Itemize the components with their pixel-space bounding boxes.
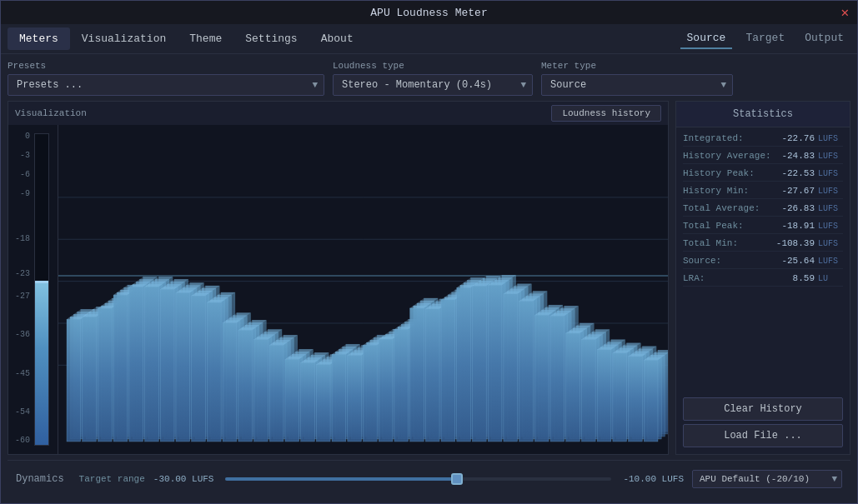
stat-label-6: Total Min:	[683, 238, 738, 248]
stats-rows: Integrated: -22.76 LUFS History Average:…	[676, 127, 850, 392]
menu-item-about[interactable]: About	[309, 27, 365, 50]
stat-value-6: -108.39	[771, 238, 815, 248]
stat-unit-6: LUFS	[818, 239, 843, 248]
scale-label-9: -9	[20, 189, 30, 198]
stat-unit-3: LUFS	[818, 187, 843, 196]
main-section: Visualization Loudness history 0 -3 -6 -…	[8, 101, 850, 455]
stat-label-7: Source:	[683, 256, 721, 266]
stat-label-2: History Peak:	[683, 168, 755, 178]
scale-label-18: -18	[15, 233, 30, 242]
visualization-panel: Visualization Loudness history 0 -3 -6 -…	[8, 101, 669, 455]
viz-title: Visualization	[15, 108, 87, 118]
stat-row-7: Source: -25.64 LUFS	[683, 253, 843, 269]
history-chart	[58, 125, 668, 454]
loudness-type-select[interactable]: Stereo - Momentary (0.4s)	[333, 74, 533, 96]
menu-item-meters[interactable]: Meters	[8, 27, 70, 50]
stat-label-8: LRA:	[683, 273, 705, 283]
stat-value-2: -22.53	[771, 168, 815, 178]
stat-value-8: 8.59	[771, 273, 815, 283]
scale-label-36: -36	[15, 330, 30, 339]
title-bar: APU Loudness Meter ✕	[1, 1, 857, 24]
menu-item-theme[interactable]: Theme	[178, 27, 233, 50]
loudness-type-label: Loudness type	[333, 61, 533, 71]
stat-values-3: -27.67 LUFS	[771, 186, 843, 196]
stat-row-0: Integrated: -22.76 LUFS	[683, 131, 843, 147]
vu-bar-highlight	[35, 281, 48, 283]
scale-label-23: -23	[15, 269, 30, 278]
scale-label-3: -3	[20, 150, 30, 159]
stat-value-0: -22.76	[771, 133, 815, 143]
stat-value-3: -27.67	[771, 186, 815, 196]
stat-unit-0: LUFS	[818, 134, 843, 143]
vu-scale: 0 -3 -6 -9 -18 -23 -27 -36 -45 -54 -60	[13, 129, 53, 450]
dynamics-max-value: -10.00 LUFS	[623, 474, 684, 484]
stat-label-1: History Average:	[683, 151, 771, 161]
loudness-history-button[interactable]: Loudness history	[551, 105, 661, 122]
stat-values-7: -25.64 LUFS	[771, 256, 843, 266]
scale-label-54: -54	[15, 407, 30, 416]
stat-unit-1: LUFS	[818, 152, 843, 161]
stat-row-4: Total Average: -26.83 LUFS	[683, 201, 843, 217]
stat-label-5: Total Peak:	[683, 221, 744, 231]
stat-value-1: -24.83	[771, 151, 815, 161]
clear-history-button[interactable]: Clear History	[683, 397, 843, 421]
vu-bar-container	[34, 133, 49, 446]
menu-bar: Meters Visualization Theme Settings Abou…	[1, 24, 857, 54]
stat-values-4: -26.83 LUFS	[771, 203, 843, 213]
scale-label-27: -27	[15, 292, 30, 301]
dynamics-slider-track[interactable]	[225, 477, 611, 481]
stat-unit-2: LUFS	[818, 169, 843, 178]
meter-type-label: Meter type	[541, 61, 733, 71]
presets-select-wrapper: Presets ... ▼	[8, 74, 324, 96]
scale-label-60: -60	[15, 436, 30, 445]
menu-right-source[interactable]: Source	[680, 28, 733, 49]
app-title: APU Loudness Meter	[289, 7, 569, 19]
stat-unit-4: LUFS	[818, 204, 843, 213]
target-range-label: Target range	[79, 474, 145, 484]
viz-header: Visualization Loudness history	[8, 102, 668, 125]
scale-label-0: 0	[25, 131, 30, 140]
stat-unit-5: LUFS	[818, 222, 843, 231]
stats-buttons: Clear History Load File ...	[676, 392, 850, 454]
stat-row-3: History Min: -27.67 LUFS	[683, 183, 843, 199]
viz-content: 0 -3 -6 -9 -18 -23 -27 -36 -45 -54 -60	[8, 125, 668, 454]
meter-type-select[interactable]: Source	[541, 74, 733, 96]
menu-right-target[interactable]: Target	[739, 28, 791, 49]
slider-fill	[225, 477, 457, 481]
menu-right: Source Target Output	[680, 28, 850, 49]
meter-type-group: Meter type Source ▼	[541, 61, 733, 96]
stat-label-0: Integrated:	[683, 133, 744, 143]
stat-values-5: -18.91 LUFS	[771, 221, 843, 231]
dynamics-preset-wrapper: APU Default (-20/10) ▼	[692, 470, 842, 488]
dynamics-min-value: -30.00 LUFS	[153, 474, 214, 484]
loudness-type-select-wrapper: Stereo - Momentary (0.4s) ▼	[333, 74, 533, 96]
stat-row-2: History Peak: -22.53 LUFS	[683, 166, 843, 182]
stat-unit-7: LUFS	[818, 257, 843, 266]
stat-row-1: History Average: -24.83 LUFS	[683, 148, 843, 164]
menu-right-output[interactable]: Output	[798, 28, 850, 49]
slider-thumb[interactable]	[451, 473, 463, 485]
dynamics-title: Dynamics	[16, 473, 64, 485]
stat-unit-8: LU	[818, 274, 843, 283]
vu-bar-fill	[35, 283, 48, 445]
scale-label-6: -6	[20, 169, 30, 178]
load-file-button[interactable]: Load File ...	[683, 424, 843, 447]
top-controls: Presets Presets ... ▼ Loudness type Ster…	[8, 61, 850, 96]
loudness-type-group: Loudness type Stereo - Momentary (0.4s) …	[333, 61, 533, 96]
close-button[interactable]: ✕	[840, 4, 849, 21]
statistics-panel: Statistics Integrated: -22.76 LUFS Histo…	[675, 101, 850, 455]
vu-meter: 0 -3 -6 -9 -18 -23 -27 -36 -45 -54 -60	[8, 125, 58, 454]
menu-item-visualization[interactable]: Visualization	[70, 27, 178, 50]
stat-label-4: Total Average:	[683, 203, 760, 213]
presets-label: Presets	[8, 61, 324, 71]
stat-value-7: -25.64	[771, 256, 815, 266]
stats-title: Statistics	[676, 102, 850, 127]
dynamics-preset-select[interactable]: APU Default (-20/10)	[692, 470, 842, 488]
presets-select[interactable]: Presets ...	[8, 74, 324, 96]
stat-row-6: Total Min: -108.39 LUFS	[683, 236, 843, 252]
stat-values-0: -22.76 LUFS	[771, 133, 843, 143]
dynamics-bar: Dynamics Target range -30.00 LUFS -10.00…	[8, 460, 850, 497]
app-window: APU Loudness Meter ✕ Meters Visualizatio…	[0, 0, 858, 504]
menu-item-settings[interactable]: Settings	[233, 27, 309, 50]
stat-label-3: History Min:	[683, 186, 749, 196]
